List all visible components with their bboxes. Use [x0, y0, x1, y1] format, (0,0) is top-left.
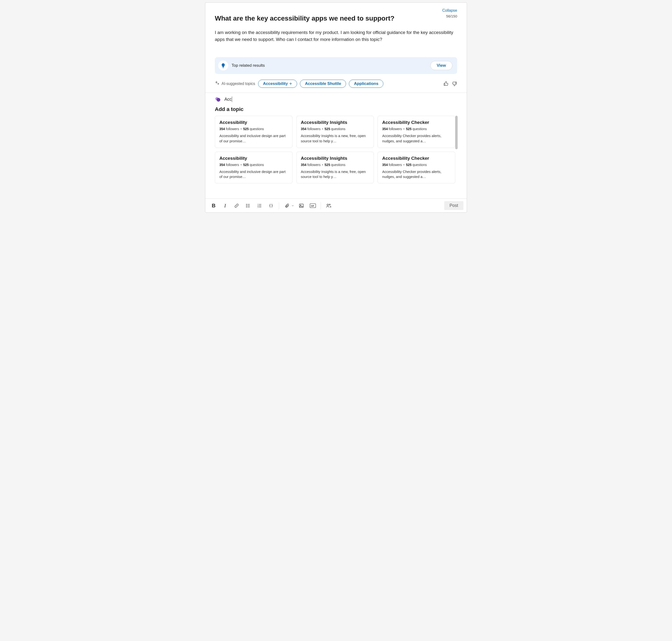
topic-card-meta: 354 followers•525 questions — [301, 163, 369, 167]
svg-point-3 — [247, 205, 247, 206]
svg-rect-14 — [299, 204, 304, 207]
svg-text:GIF: GIF — [311, 204, 314, 207]
topic-cards-list[interactable]: Accessibility354 followers•525 questions… — [215, 116, 455, 197]
link-button[interactable] — [232, 201, 242, 210]
image-button[interactable] — [296, 201, 306, 210]
post-button[interactable]: Post — [444, 201, 463, 210]
topic-card[interactable]: Accessibility354 followers•525 questions… — [215, 152, 293, 184]
topic-card-desc: Accessibility Checker provides alerts, n… — [382, 169, 451, 180]
svg-point-18 — [327, 204, 328, 205]
topic-card-title: Accessibility Insights — [301, 120, 369, 125]
topic-card[interactable]: Accessibility354 followers•525 questions… — [215, 116, 293, 148]
topic-input[interactable]: Acc — [224, 97, 232, 102]
topic-card-meta: 354 followers•525 questions — [219, 163, 288, 167]
topic-card-desc: Accessibility Insights is a new, free, o… — [301, 133, 369, 144]
plus-icon: + — [289, 81, 292, 86]
topic-card-title: Accessibility — [219, 120, 288, 125]
topic-card-desc: Accessibility and inclusive design are p… — [219, 133, 288, 144]
bullet-list-button[interactable] — [243, 201, 253, 210]
topic-card[interactable]: Accessibility Checker354 followers•525 q… — [378, 152, 455, 184]
compose-window: Collapse What are the key accessibility … — [205, 2, 467, 213]
topic-card-desc: Accessibility Insights is a new, free, o… — [301, 169, 369, 180]
topic-card-title: Accessibility Checker — [382, 156, 451, 161]
question-title[interactable]: What are the key accessibility apps we n… — [215, 14, 442, 23]
svg-text:3: 3 — [257, 206, 258, 208]
topic-card-title: Accessibility — [219, 156, 288, 161]
topic-card-title: Accessibility Checker — [382, 120, 451, 125]
topic-icon — [215, 96, 221, 103]
add-topic-heading: Add a topic — [215, 106, 457, 112]
editor-toolbar: B I 123 GIF — [205, 199, 467, 213]
lightbulb-icon — [218, 60, 228, 70]
svg-point-1 — [217, 98, 220, 102]
topic-card-desc: Accessibility Checker provides alerts, n… — [382, 133, 451, 144]
topic-card[interactable]: Accessibility Insights354 followers•525 … — [296, 116, 374, 148]
related-results-label: Top related results — [232, 63, 265, 68]
svg-point-2 — [247, 204, 247, 204]
code-block-button[interactable] — [266, 201, 276, 210]
bold-button[interactable]: B — [209, 201, 219, 210]
topic-card-desc: Accessibility and inclusive design are p… — [219, 169, 288, 180]
mention-people-button[interactable] — [324, 201, 334, 210]
scrollbar-thumb[interactable] — [455, 116, 458, 149]
sparkle-icon — [215, 81, 220, 86]
ai-suggested-topics-row: AI-suggested topics Accessibility+ Acces… — [215, 80, 457, 88]
thumbs-down-icon[interactable] — [452, 81, 457, 86]
topic-card-meta: 354 followers•525 questions — [301, 127, 369, 131]
topic-card[interactable]: Accessibility Insights354 followers•525 … — [296, 152, 374, 184]
view-button[interactable]: View — [430, 61, 452, 70]
thumbs-up-icon[interactable] — [443, 81, 449, 86]
topic-pill-applications[interactable]: Applications — [349, 80, 383, 88]
numbered-list-button[interactable]: 123 — [254, 201, 265, 210]
svg-point-15 — [300, 205, 301, 205]
topic-card-meta: 354 followers•525 questions — [382, 163, 451, 167]
question-body[interactable]: I am working on the accessibility requir… — [215, 29, 457, 43]
italic-button[interactable]: I — [220, 201, 230, 210]
topic-card-title: Accessibility Insights — [301, 156, 369, 161]
topic-card-meta: 354 followers•525 questions — [219, 127, 288, 131]
attach-menu-caret[interactable] — [291, 204, 295, 207]
svg-point-4 — [247, 207, 247, 207]
ai-topics-label: AI-suggested topics — [222, 82, 255, 86]
svg-point-19 — [329, 204, 330, 205]
collapse-link[interactable]: Collapse — [442, 8, 457, 12]
topic-card[interactable]: Accessibility Checker354 followers•525 q… — [378, 116, 455, 148]
gif-button[interactable]: GIF — [308, 201, 318, 210]
topic-pill-accessibility[interactable]: Accessibility+ — [258, 80, 297, 88]
topic-pill-accessible-shuttle[interactable]: Accessible Shuttle — [300, 80, 346, 88]
related-results-banner: Top related results View — [215, 57, 457, 74]
char-count: 56/150 — [446, 14, 457, 18]
topic-card-meta: 354 followers•525 questions — [382, 127, 451, 131]
